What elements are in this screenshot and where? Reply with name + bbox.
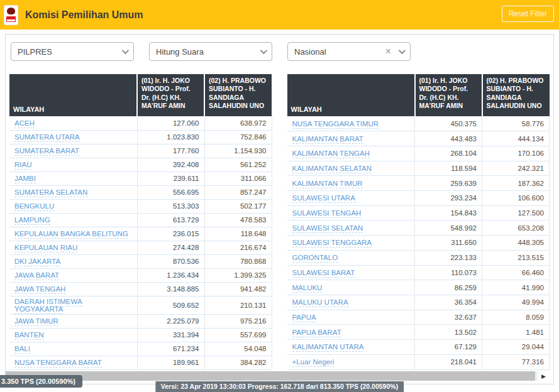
region-link[interactable]: +Luar Negeri [292, 358, 335, 367]
votes-candidate-02: 502.177 [204, 199, 272, 213]
region-link[interactable]: KALIMANTAN TENGAH [292, 150, 370, 158]
table-row: SULAWESI TENGGARA311.650448.305 [287, 236, 550, 251]
clear-icon[interactable]: × [385, 46, 391, 57]
votes-candidate-01: 311.650 [415, 236, 482, 251]
region-link[interactable]: JAWA BARAT [14, 271, 59, 280]
votes-candidate-02: 216.674 [204, 241, 272, 254]
region-link[interactable]: JAMBI [14, 175, 36, 183]
table-row: DKI JAKARTA870.536780.868 [9, 254, 272, 268]
region-link[interactable]: PAPUA [292, 313, 316, 322]
votes-candidate-02: 118.648 [204, 227, 272, 241]
app-header: Komisi Pemilihan Umum Reset Filter [0, 0, 559, 30]
region-link[interactable]: KALIMANTAN UTARA [292, 343, 364, 352]
region-link[interactable]: DKI JAKARTA [14, 258, 60, 266]
region-cell: BANTEN [9, 328, 137, 342]
column-header-candidate-01: (01) Ir. H. JOKO WIDODO - Prof. Dr. (H.C… [137, 74, 204, 116]
region-link[interactable]: KALIMANTAN TIMUR [292, 180, 363, 188]
table-row: SUMATERA SELATAN556.695857.247 [9, 185, 272, 199]
reset-filter-button[interactable]: Reset Filter [502, 6, 554, 22]
votes-candidate-02: 752.846 [204, 130, 272, 144]
region-cell: KALIMANTAN BARAT [287, 131, 415, 146]
votes-candidate-01: 268.104 [415, 146, 482, 161]
region-link[interactable]: SULAWESI UTARA [292, 194, 355, 203]
garuda-icon [7, 8, 15, 14]
region-link[interactable]: RIAU [14, 161, 31, 170]
votes-candidate-02: 384.282 [204, 356, 272, 369]
votes-candidate-02: 187.362 [482, 176, 550, 191]
region-link[interactable]: SULAWESI BARAT [292, 269, 355, 278]
region-cell: SUMATERA BARAT [9, 144, 137, 158]
region-link[interactable]: SUMATERA UTARA [14, 133, 80, 142]
region-link[interactable]: JAWA TIMUR [14, 317, 58, 326]
region-link[interactable]: KEPULAUAN BANGKA BELITUNG [14, 230, 128, 239]
region-cell: JAMBI [9, 172, 137, 185]
table-row: PAPUA BARAT13.5021.481 [287, 325, 550, 340]
election-type-select[interactable]: PILPRES [11, 42, 134, 61]
region-link[interactable]: LAMPUNG [14, 216, 50, 225]
table-row: KEPULAUAN RIAU274.428216.674 [9, 241, 272, 254]
column-header-candidate-01: (01) Ir. H. JOKO WIDODO - Prof. Dr. (H.C… [415, 74, 482, 116]
votes-candidate-01: 548.992 [415, 220, 482, 236]
region-select[interactable]: Nasional × [287, 42, 411, 61]
scrollbar-thumb[interactable] [6, 371, 535, 381]
votes-candidate-02: 66.460 [482, 265, 550, 280]
region-link[interactable]: NUSA TENGGARA BARAT [14, 359, 102, 368]
table-row: KEPULAUAN BANGKA BELITUNG236.015118.648 [9, 227, 272, 241]
region-link[interactable]: SUMATERA SELATAN [14, 188, 87, 197]
view-mode-value: Hitung Suara [156, 47, 260, 57]
region-link[interactable]: GORONTALO [292, 254, 338, 263]
region-cell: MALUKU [287, 280, 415, 295]
votes-candidate-02: 311.066 [204, 172, 272, 185]
votes-candidate-01: 3.148.885 [137, 282, 204, 296]
region-link[interactable]: BALI [14, 345, 30, 354]
region-link[interactable]: ACEH [14, 119, 35, 128]
region-cell: SULAWESI TENGAH [287, 205, 415, 220]
votes-candidate-01: 218.041 [415, 354, 482, 369]
table-row: NUSA TENGGARA TIMUR450.37558.776 [287, 116, 550, 131]
votes-candidate-02: 1.154.930 [204, 144, 272, 158]
table-row: KALIMANTAN UTARA67.12929.044 [287, 340, 550, 355]
votes-candidate-02: 58.776 [482, 116, 550, 131]
votes-candidate-01: 331.394 [137, 328, 204, 342]
region-link[interactable]: BANTEN [14, 331, 44, 340]
region-link[interactable]: KALIMANTAN BARAT [292, 135, 363, 144]
votes-candidate-01: 13.502 [415, 325, 482, 340]
view-mode-select[interactable]: Hitung Suara [149, 42, 272, 61]
table-row: JAWA BARAT1.236.4341.399.325 [9, 268, 272, 282]
votes-candidate-02: 127.500 [482, 205, 550, 220]
scroll-right-arrow-icon[interactable]: ▶ [541, 373, 546, 379]
main-panel: PILPRES Hitung Suara Nasional × WILAYAH … [5, 34, 554, 384]
table-row: KALIMANTAN TENGAH268.104170.106 [287, 146, 550, 161]
region-link[interactable]: MALUKU UTARA [292, 298, 348, 307]
region-link[interactable]: DAERAH ISTIMEWA YOGYAKARTA [14, 298, 82, 314]
votes-candidate-02: 29.044 [482, 340, 550, 355]
votes-candidate-02: 638.972 [204, 116, 272, 130]
results-table-right: WILAYAH (01) Ir. H. JOKO WIDODO - Prof. … [287, 74, 550, 370]
region-link[interactable]: KEPULAUAN RIAU [14, 244, 77, 253]
results-table-left: WILAYAH (01) Ir. H. JOKO WIDODO - Prof. … [9, 74, 272, 370]
region-link[interactable]: PAPUA BARAT [292, 329, 341, 337]
table-row: JAWA TENGAH3.148.885941.482 [9, 282, 272, 296]
kpu-logo-icon [4, 5, 18, 25]
election-type-value: PILPRES [18, 47, 122, 57]
region-cell: ACEH [9, 116, 137, 130]
region-link[interactable]: KALIMANTAN SELATAN [292, 165, 372, 173]
votes-candidate-02: 975.216 [204, 314, 272, 328]
page-title: Komisi Pemilihan Umum [25, 9, 143, 21]
region-link[interactable]: JAWA TENGAH [14, 285, 65, 294]
region-link[interactable]: SUMATERA BARAT [14, 147, 79, 156]
region-link[interactable]: SULAWESI TENGGARA [292, 239, 372, 248]
region-cell: LAMPUNG [9, 213, 137, 227]
region-link[interactable]: BENGKULU [14, 202, 54, 211]
votes-candidate-01: 274.428 [137, 241, 204, 254]
region-cell: NUSA TENGGARA TIMUR [287, 116, 415, 131]
table-row: KALIMANTAN TIMUR259.639187.362 [287, 176, 550, 191]
votes-candidate-01: 613.729 [137, 213, 204, 227]
votes-candidate-02: 213.515 [482, 250, 550, 265]
votes-candidate-01: 110.073 [415, 265, 482, 280]
region-link[interactable]: MALUKU [292, 284, 323, 293]
votes-candidate-01: 239.611 [137, 172, 204, 185]
region-link[interactable]: SULAWESI SELATAN [292, 224, 363, 233]
region-link[interactable]: NUSA TENGGARA TIMUR [292, 120, 379, 129]
region-link[interactable]: SULAWESI TENGAH [292, 209, 362, 218]
